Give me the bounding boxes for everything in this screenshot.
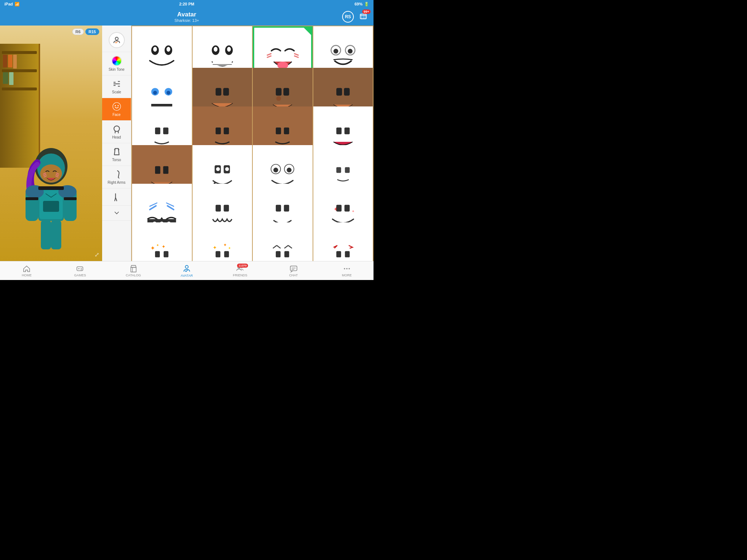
svg-point-85: [287, 168, 292, 172]
svg-point-32: [113, 102, 121, 110]
nav-item-games[interactable]: GAMES: [53, 261, 107, 280]
svg-rect-22: [51, 220, 61, 249]
face-label: Face: [112, 113, 120, 117]
svg-rect-70: [224, 128, 229, 134]
svg-text:✦: ✦: [156, 243, 159, 247]
svg-text:✦: ✦: [213, 245, 217, 250]
battery-label: 69%: [355, 2, 363, 6]
face-item-24[interactable]: [313, 222, 373, 261]
svg-rect-123: [77, 267, 83, 271]
device-label: iPad: [4, 2, 13, 6]
header-subtitle: Sharksie: 13+: [174, 18, 199, 23]
nav-item-friends[interactable]: 11370 FRIENDS: [213, 261, 267, 280]
avatar-icon-circle: [109, 32, 125, 48]
status-bar: iPad 📶 2:20 PM 69% 🔋: [0, 0, 374, 8]
svg-rect-92: [216, 205, 221, 211]
svg-line-48: [294, 53, 298, 55]
notification-button[interactable]: 99+: [357, 11, 369, 23]
svg-line-112: [277, 245, 280, 248]
panel-item-avatar[interactable]: [102, 28, 131, 52]
catalog-icon: [129, 265, 138, 273]
right-arms-label: Right Arms: [108, 180, 125, 184]
legs-icon: [112, 192, 121, 202]
svg-rect-115: [276, 251, 280, 257]
svg-point-79: [216, 167, 220, 171]
svg-rect-63: [283, 88, 289, 96]
svg-rect-66: [344, 88, 350, 96]
svg-point-136: [344, 268, 345, 269]
games-icon: [76, 265, 84, 273]
svg-point-127: [81, 269, 82, 270]
skin-tone-icon: [112, 56, 122, 66]
svg-rect-104: [155, 251, 160, 257]
avatar-preview: R6 R15 ⤢: [0, 26, 102, 261]
svg-rect-86: [336, 167, 341, 173]
svg-rect-69: [216, 128, 221, 134]
avatar-character: [15, 133, 88, 261]
svg-text:✦: ✦: [352, 209, 355, 213]
rig-toggle: R6 R15: [72, 28, 99, 35]
notification-badge: 99+: [362, 9, 371, 14]
svg-line-111: [273, 245, 277, 248]
svg-rect-61: [223, 88, 229, 96]
svg-rect-25: [64, 197, 77, 200]
panel-item-scale[interactable]: Scale: [102, 75, 131, 98]
panel-item-right-arms[interactable]: Right Arms: [102, 166, 131, 188]
nav-item-chat[interactable]: CHAT: [267, 261, 320, 280]
svg-rect-94: [276, 205, 281, 211]
nav-item-catalog[interactable]: CATALOG: [107, 261, 160, 280]
nav-item-avatar[interactable]: AVATAR: [160, 261, 213, 280]
header-title: Avatar: [174, 11, 199, 18]
svg-point-137: [346, 268, 348, 269]
svg-point-54: [348, 49, 352, 54]
svg-rect-110: [224, 251, 229, 257]
right-arms-icon: [112, 170, 121, 179]
nav-item-home[interactable]: HOME: [0, 261, 53, 280]
svg-rect-109: [216, 251, 220, 257]
svg-rect-60: [216, 88, 221, 96]
r6-button[interactable]: R6: [72, 28, 84, 35]
svg-point-43: [227, 47, 231, 52]
face-item-21[interactable]: ✦ ✦ ✦: [132, 222, 192, 261]
svg-rect-95: [284, 205, 289, 211]
r15-button[interactable]: R15: [85, 28, 99, 35]
friends-badge: 11370: [237, 264, 248, 268]
robux-button[interactable]: RS: [342, 11, 354, 23]
panel-item-chevron[interactable]: [102, 206, 131, 221]
svg-rect-117: [336, 251, 341, 257]
svg-rect-73: [336, 128, 341, 134]
svg-point-33: [115, 105, 116, 106]
svg-point-84: [274, 168, 278, 172]
svg-rect-72: [284, 128, 289, 134]
scale-label: Scale: [112, 90, 121, 94]
svg-rect-71: [276, 128, 281, 134]
svg-point-39: [167, 47, 170, 52]
svg-point-80: [225, 167, 229, 171]
panel-item-skin-tone[interactable]: Skin Tone: [102, 52, 131, 75]
panel-item-face[interactable]: Face: [102, 98, 131, 121]
svg-rect-68: [163, 128, 169, 134]
header: Avatar Sharksie: 13+ RS 99+: [0, 8, 374, 26]
nav-item-more[interactable]: MORE: [320, 261, 374, 280]
friends-label: FRIENDS: [233, 273, 248, 277]
chat-icon: [290, 265, 298, 273]
expand-icon[interactable]: ⤢: [94, 251, 99, 258]
svg-point-64: [276, 96, 281, 101]
svg-text:✦: ✦: [228, 246, 231, 250]
panel-item-legs[interactable]: [102, 188, 131, 206]
panel-item-head[interactable]: Head: [102, 121, 131, 143]
torso-icon: [112, 147, 121, 156]
svg-rect-67: [155, 128, 160, 134]
face-item-23[interactable]: [253, 222, 313, 261]
main-content: R6 R15 ⤢ Skin Tone: [0, 26, 374, 261]
svg-rect-118: [345, 251, 349, 257]
face-item-22[interactable]: ✦ ✦ ✦: [193, 222, 252, 261]
battery-icon: 🔋: [364, 2, 369, 7]
svg-rect-74: [344, 128, 349, 134]
svg-rect-105: [164, 251, 169, 257]
panel-item-torso[interactable]: Torso: [102, 143, 131, 166]
svg-rect-16: [43, 201, 59, 212]
face-grid: ✦ ✦ ✦ ✦ ✦ ✦ ✦ ✦ ✦: [131, 26, 374, 261]
svg-text:✦: ✦: [150, 245, 155, 252]
svg-rect-133: [290, 266, 297, 271]
